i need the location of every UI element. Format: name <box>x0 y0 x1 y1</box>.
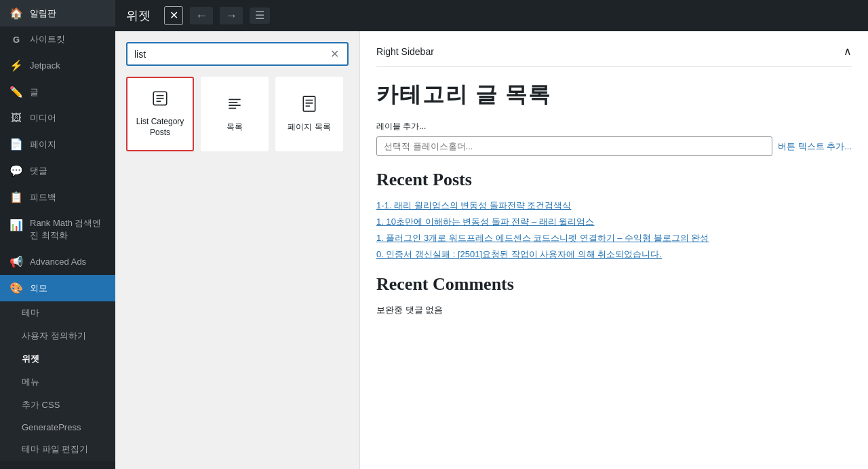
btn-text-add[interactable]: 버튼 텍스트 추가... <box>778 136 852 156</box>
sidebar-item-alarmfan[interactable]: 🏠 알림판 <box>0 0 115 26</box>
sidebar-item-pages[interactable]: 📄 페이지 <box>0 131 115 157</box>
sidebar-item-media[interactable]: 🖼 미디어 <box>0 105 115 131</box>
sidebar-item-feedback[interactable]: 📋 피드백 <box>0 184 115 210</box>
sidebar-item-comments[interactable]: 💬 댓글 <box>0 157 115 184</box>
close-button[interactable]: ✕ <box>164 6 183 25</box>
pages-icon: 📄 <box>9 138 23 151</box>
main-area: 위젯 ✕ ← → ☰ ✕ <box>115 0 868 469</box>
sidebar-sub-menus[interactable]: 메뉴 <box>0 371 115 394</box>
list-category-posts-label: List Category Posts <box>134 117 186 138</box>
category-heading: 카테고리 글 목록 <box>376 80 852 110</box>
post-link-1[interactable]: 1. 10초만에 이해하는 변동성 돌파 전략 – 래리 윌리엄스 <box>376 216 852 228</box>
recent-posts-title: Recent Posts <box>376 170 852 190</box>
search-box: ✕ <box>126 42 349 66</box>
appearance-icon: 🎨 <box>9 282 23 295</box>
sidebar: 🏠 알림판 G 사이트킷 ⚡ Jetpack ✏️ 글 🖼 미디어 📄 페이지 … <box>0 0 115 469</box>
widget-toolbar: 위젯 ✕ ← → ☰ <box>115 0 868 31</box>
sidebar-item-posts[interactable]: ✏️ 글 <box>0 79 115 105</box>
sidebar-sub-theme-editor[interactable]: 테마 파일 편집기 <box>0 438 115 461</box>
jetpack-icon: ⚡ <box>9 59 23 72</box>
feedback-icon: 📋 <box>9 191 23 204</box>
widget-card-moklog[interactable]: 목록 <box>201 77 269 151</box>
sidebar-sub-custom[interactable]: 사용자 정의하기 <box>0 324 115 348</box>
widget-card-page-list[interactable]: 페이지 목록 <box>275 77 343 151</box>
sidebar-sub-themes[interactable]: 테마 <box>0 301 115 324</box>
right-sidebar-preview: Right Sidebar ∧ 카테고리 글 목록 레이블 추가... 버튼 텍… <box>359 31 868 469</box>
search-clear-button[interactable]: ✕ <box>329 48 340 60</box>
recent-comments-section: Recent Comments 보완중 댓글 없음 <box>376 274 852 316</box>
input-row: 버튼 텍스트 추가... <box>376 136 852 156</box>
placeholder-input[interactable] <box>376 136 772 156</box>
search-input[interactable] <box>134 49 329 60</box>
sidebar-item-jetpack[interactable]: ⚡ Jetpack <box>0 52 115 79</box>
content-area: ✕ List Category Posts <box>115 31 868 469</box>
recent-posts-list: 1-1. 래리 윌리엄스의 변동성 돌파전략 조건검색식 1. 10초만에 이해… <box>376 200 852 261</box>
list-view-button[interactable]: ☰ <box>250 7 270 24</box>
comments-placeholder: 보완중 댓글 없음 <box>376 304 852 316</box>
sidebar-item-rankmath[interactable]: 📊 Rank Math 검색엔진 최적화 <box>0 210 115 248</box>
rankmath-icon: 📊 <box>9 219 23 231</box>
media-icon: 🖼 <box>9 112 23 124</box>
post-link-3[interactable]: 0. 인증서 갱신실패 : [2501]요청된 작업이 사용자에 의해 취소되었… <box>376 248 852 261</box>
sidebar-item-sitekit[interactable]: G 사이트킷 <box>0 26 115 52</box>
sitekit-icon: G <box>9 35 23 45</box>
sidebar-sub-widgets[interactable]: 위젯 <box>0 348 115 371</box>
label-add: 레이블 추가... <box>376 121 852 132</box>
appearance-submenu: 테마 사용자 정의하기 위젯 메뉴 추가 CSS GeneratePress 테… <box>0 301 115 461</box>
svg-rect-8 <box>303 96 315 111</box>
collapse-button[interactable]: ∧ <box>844 45 852 58</box>
moklog-icon <box>226 95 243 117</box>
sidebar-sub-generatepress[interactable]: GeneratePress <box>0 417 115 438</box>
widget-card-list-category-posts[interactable]: List Category Posts <box>126 77 194 151</box>
page-title: 위젯 <box>126 7 151 24</box>
post-link-0[interactable]: 1-1. 래리 윌리엄스의 변동성 돌파전략 조건검색식 <box>376 200 852 212</box>
comments-icon: 💬 <box>9 164 23 177</box>
page-list-icon <box>300 95 318 117</box>
page-list-label: 페이지 목록 <box>288 122 330 133</box>
redo-button[interactable]: → <box>220 7 243 24</box>
alarmfan-icon: 🏠 <box>9 7 23 20</box>
right-sidebar-title: Right Sidebar <box>376 46 434 57</box>
sidebar-sub-css[interactable]: 추가 CSS <box>0 394 115 417</box>
sidebar-item-appearance[interactable]: 🎨 외모 <box>0 275 115 301</box>
widget-panel: ✕ List Category Posts <box>115 31 359 469</box>
right-sidebar-header: Right Sidebar ∧ <box>376 45 852 67</box>
sidebar-item-advancedads[interactable]: 📢 Advanced Ads <box>0 248 115 275</box>
posts-icon: ✏️ <box>9 86 23 98</box>
moklog-label: 목록 <box>226 122 243 133</box>
undo-button[interactable]: ← <box>190 7 213 24</box>
recent-comments-title: Recent Comments <box>376 274 852 295</box>
list-category-posts-icon <box>151 90 169 111</box>
widget-grid: List Category Posts 목록 <box>126 77 349 151</box>
advancedads-icon: 📢 <box>9 255 23 268</box>
post-link-2[interactable]: 1. 플러그인 3개로 워드프레스 에드센스 코드스니펫 연결하기 – 수익형 … <box>376 232 852 244</box>
